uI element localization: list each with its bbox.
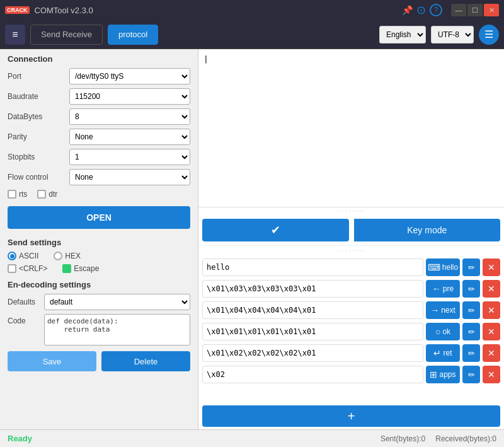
code-row: Code def decode(data): return data: [0, 312, 198, 347]
port-select[interactable]: /dev/ttyS0 ttyS: [69, 68, 190, 84]
escape-checkbox[interactable]: [62, 264, 71, 273]
baudrate-select[interactable]: 115200: [69, 88, 190, 105]
flow-row: Flow control None: [0, 167, 198, 187]
shortcut-delete-button[interactable]: ✕: [483, 323, 500, 340]
send-settings-section: Send settings ASCII HEX <CRLF> E: [0, 234, 198, 275]
send-settings-title: Send settings: [0, 234, 198, 250]
shortcut-input[interactable]: [202, 280, 423, 298]
dtr-checkbox[interactable]: [37, 190, 46, 199]
shortcut-delete-button[interactable]: ✕: [483, 280, 500, 298]
minimize-button[interactable]: —: [451, 4, 466, 16]
app-logo: CRACK: [5, 6, 30, 14]
shortcut-edit-button[interactable]: ✏: [462, 366, 480, 383]
hex-radio-label[interactable]: HEX: [54, 252, 81, 260]
baudrate-label: Baudrate: [8, 92, 64, 101]
databytes-select[interactable]: 8: [69, 108, 190, 125]
open-button[interactable]: OPEN: [8, 206, 190, 229]
menu-button[interactable]: ≡: [5, 25, 25, 45]
receive-textarea[interactable]: |: [198, 49, 504, 207]
shortcut-edit-button[interactable]: ✏: [462, 344, 480, 362]
shortcut-delete-button[interactable]: ✕: [483, 344, 500, 362]
dtr-label: dtr: [49, 190, 57, 199]
crlf-checkbox[interactable]: [8, 264, 16, 273]
stopbits-row: Stopbits 1: [0, 147, 198, 167]
add-shortcut-button[interactable]: +: [202, 405, 500, 427]
rts-label: rts: [19, 190, 27, 199]
close-button[interactable]: ✕: [484, 4, 499, 16]
pin-icon[interactable]: 📌: [402, 5, 413, 15]
language-select[interactable]: English 中文: [379, 26, 426, 44]
maximize-button[interactable]: ☐: [467, 4, 483, 16]
baudrate-row: Baudrate 115200: [0, 86, 198, 107]
settings-button[interactable]: ☰: [479, 25, 499, 45]
parity-row: Parity None: [0, 127, 198, 147]
defaults-select[interactable]: default: [44, 294, 190, 310]
flow-select[interactable]: None: [69, 169, 190, 185]
action-row: ✔ Key mode: [198, 215, 504, 246]
shortcut-edit-button[interactable]: ✏: [462, 323, 480, 340]
shortcut-label-btn-apps[interactable]: ⊞apps: [426, 366, 460, 383]
shortcut-input[interactable]: [202, 258, 423, 276]
save-delete-row: Save Delete: [0, 347, 198, 375]
shortcut-label-btn-ok[interactable]: ○ok: [426, 323, 460, 340]
save-button[interactable]: Save: [8, 351, 96, 371]
tab-send-receive[interactable]: Send Receive: [30, 25, 103, 45]
app-title: COMTool v2.3.0: [35, 6, 399, 15]
connection-section-title: Connection: [0, 49, 198, 66]
hex-radio[interactable]: [54, 252, 62, 260]
help-icon[interactable]: ?: [430, 4, 442, 16]
left-panel: Connection Port /dev/ttyS0 ttyS Baudrate…: [0, 49, 198, 429]
send-button[interactable]: ✔: [202, 219, 349, 241]
delete-button[interactable]: Delete: [101, 351, 190, 371]
ascii-radio-label[interactable]: ASCII: [8, 252, 38, 260]
shortcut-delete-button[interactable]: ✕: [483, 258, 500, 276]
shortcut-list: ⌨hello✏✕←pre✏✕→next✏✕○ok✏✕↵ret✏✕⊞apps✏✕: [198, 255, 504, 405]
ascii-radio[interactable]: [8, 252, 16, 260]
parity-select[interactable]: None: [69, 129, 190, 145]
shortcut-label-btn-next[interactable]: →next: [426, 301, 460, 319]
flow-label: Flow control: [8, 173, 64, 182]
shortcut-row: ⊞apps✏✕: [202, 364, 500, 385]
shortcut-row: ○ok✏✕: [202, 321, 500, 342]
divider-dots-top: · · · · · · · ·: [198, 207, 504, 215]
shortcut-row: →next✏✕: [202, 299, 500, 321]
shortcut-edit-button[interactable]: ✏: [462, 301, 480, 319]
shortcut-row: ↵ret✏✕: [202, 342, 500, 364]
status-sent: Sent(bytes):0: [381, 434, 425, 443]
hex-label: HEX: [65, 252, 81, 260]
escape-radio-label[interactable]: Escape: [62, 264, 99, 273]
endecode-section: En-decoding settings Defaults default Co…: [0, 275, 198, 375]
defaults-row: Defaults default: [0, 292, 198, 312]
code-label: Code: [8, 314, 39, 325]
encoding-select[interactable]: UTF-8 GBK ASCII: [431, 26, 474, 44]
code-textarea[interactable]: def decode(data): return data: [44, 314, 190, 345]
crlf-radio-label[interactable]: <CRLF>: [8, 264, 47, 273]
shortcut-edit-button[interactable]: ✏: [462, 258, 480, 276]
stopbits-select[interactable]: 1: [69, 149, 190, 165]
shortcut-delete-button[interactable]: ✕: [483, 301, 500, 319]
port-label: Port: [8, 72, 64, 81]
shortcut-edit-button[interactable]: ✏: [462, 280, 480, 298]
status-received: Received(bytes):0: [435, 434, 496, 443]
shortcut-input[interactable]: [202, 366, 423, 383]
shortcut-input[interactable]: [202, 301, 423, 319]
endecode-section-title: En-decoding settings: [0, 275, 198, 292]
shortcut-label-btn-pre[interactable]: ←pre: [426, 280, 460, 298]
tab-protocol[interactable]: protocol: [108, 25, 158, 45]
shortcut-input[interactable]: [202, 323, 423, 340]
key-mode-button[interactable]: Key mode: [354, 219, 501, 241]
dtr-checkbox-label[interactable]: dtr: [37, 190, 57, 199]
right-panel: | · · · · · · · · ✔ Key mode · · · · · ·…: [198, 49, 504, 429]
port-row: Port /dev/ttyS0 ttyS: [0, 66, 198, 86]
shortcut-label-btn-hello[interactable]: ⌨hello: [426, 258, 460, 276]
rts-checkbox-label[interactable]: rts: [8, 190, 27, 199]
shortcut-label-btn-ret[interactable]: ↵ret: [426, 344, 460, 362]
titlebar-icons: 📌 ⊙ ?: [402, 3, 442, 17]
shortcut-delete-button[interactable]: ✕: [483, 366, 500, 383]
shortcut-input[interactable]: [202, 344, 423, 362]
shortcut-row: ⌨hello✏✕: [202, 257, 500, 278]
escape-label: Escape: [74, 264, 99, 273]
github-icon[interactable]: ⊙: [416, 3, 426, 17]
rts-checkbox[interactable]: [8, 190, 16, 199]
titlebar: CRACK COMTool v2.3.0 📌 ⊙ ? — ☐ ✕: [0, 0, 504, 20]
